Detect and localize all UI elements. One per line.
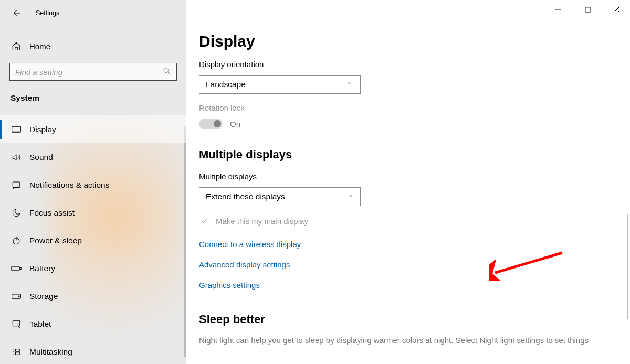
orientation-dropdown[interactable]: Landscape xyxy=(199,75,361,94)
sidebar-item-focus-assist[interactable]: Focus assist xyxy=(0,199,186,227)
sidebar-item-tablet[interactable]: Tablet xyxy=(0,310,186,338)
svg-rect-2 xyxy=(13,182,20,188)
sidebar-item-label: Sound xyxy=(29,153,53,162)
page-title: Display xyxy=(199,33,617,50)
multiple-displays-value: Extend these displays xyxy=(206,192,285,201)
power-sleep-icon xyxy=(10,236,22,245)
link-connect-wireless[interactable]: Connect to a wireless display xyxy=(199,240,617,249)
window-minimize-button[interactable] xyxy=(550,4,566,15)
svg-rect-4 xyxy=(12,266,19,271)
main-panel: Display Display orientation Landscape Ro… xyxy=(186,0,630,364)
multiple-displays-heading: Multiple displays xyxy=(199,148,617,162)
chevron-down-icon xyxy=(346,80,354,89)
svg-point-7 xyxy=(18,296,19,297)
focus-assist-icon xyxy=(10,208,22,218)
sidebar-item-label: Display xyxy=(29,125,56,134)
search-input[interactable] xyxy=(9,63,177,81)
storage-icon xyxy=(10,293,22,300)
multitasking-icon xyxy=(10,347,22,357)
link-graphics-settings[interactable]: Graphics settings xyxy=(199,281,617,290)
sidebar-home-label: Home xyxy=(29,42,50,51)
window-maximize-button[interactable] xyxy=(580,4,595,15)
display-icon xyxy=(10,125,22,134)
sidebar-item-storage[interactable]: Storage xyxy=(0,282,186,310)
sidebar-item-label: Battery xyxy=(29,264,55,273)
sidebar-item-label: Storage xyxy=(29,292,58,301)
svg-rect-9 xyxy=(585,7,590,12)
orientation-value: Landscape xyxy=(206,80,246,89)
sidebar-nav: Display Sound Notifications & actions Fo… xyxy=(0,115,186,364)
svg-rect-5 xyxy=(20,267,21,269)
rotation-lock-value: On xyxy=(230,120,240,129)
sidebar-item-notifications[interactable]: Notifications & actions xyxy=(0,171,186,199)
link-advanced-display[interactable]: Advanced display settings xyxy=(199,260,617,269)
sidebar-home[interactable]: Home xyxy=(0,37,186,56)
tablet-icon xyxy=(10,319,22,329)
rotation-lock-label: Rotation lock xyxy=(199,103,617,112)
sidebar-item-battery[interactable]: Battery xyxy=(0,254,186,282)
main-scrollbar[interactable] xyxy=(627,214,628,319)
sidebar-item-label: Tablet xyxy=(29,319,51,329)
multiple-displays-dropdown[interactable]: Extend these displays xyxy=(199,187,361,206)
chevron-down-icon xyxy=(346,192,354,201)
sleep-better-heading: Sleep better xyxy=(199,313,617,326)
sidebar-item-label: Focus assist xyxy=(29,208,75,218)
multiple-displays-label: Multiple displays xyxy=(199,172,617,181)
back-button[interactable] xyxy=(9,6,23,20)
sidebar: Settings Home System Display xyxy=(0,0,186,364)
battery-icon xyxy=(10,265,22,272)
sidebar-item-multitasking[interactable]: Multitasking xyxy=(0,338,186,364)
sidebar-item-label: Multitasking xyxy=(29,347,72,357)
rotation-lock-toggle xyxy=(199,119,223,129)
notifications-icon xyxy=(10,180,22,190)
sidebar-item-label: Power & sleep xyxy=(29,236,82,245)
window-title: Settings xyxy=(36,9,59,17)
sidebar-section-label: System xyxy=(0,81,186,106)
sidebar-item-power-sleep[interactable]: Power & sleep xyxy=(0,227,186,254)
main-display-checkbox-label: Make this my main display xyxy=(216,217,308,226)
window-close-button[interactable] xyxy=(609,4,625,15)
orientation-label: Display orientation xyxy=(199,60,617,69)
main-display-checkbox xyxy=(199,216,209,226)
sound-icon xyxy=(10,153,22,162)
sidebar-item-sound[interactable]: Sound xyxy=(0,143,186,171)
home-icon xyxy=(10,41,22,51)
svg-rect-1 xyxy=(12,126,21,132)
sleep-better-body: Night light can help you get to sleep by… xyxy=(199,335,617,346)
svg-rect-8 xyxy=(13,320,20,326)
sidebar-item-display[interactable]: Display xyxy=(0,115,186,143)
sidebar-item-label: Notifications & actions xyxy=(29,180,110,190)
